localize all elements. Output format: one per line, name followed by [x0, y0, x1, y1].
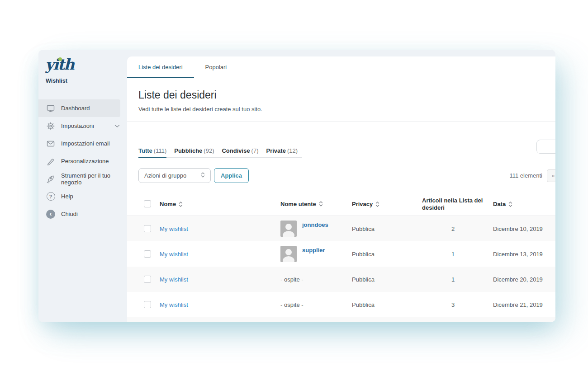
filter-count: (111) [154, 147, 166, 154]
sidebar-item-help[interactable]: ? Help [38, 188, 127, 205]
avatar [280, 246, 297, 262]
sidebar-item-label: Dashboard [61, 105, 120, 112]
row-checkbox[interactable] [144, 301, 151, 308]
bulk-actions-row: Azioni di gruppo Applica 111 elementi « [127, 168, 555, 183]
filter-private[interactable]: Private(12) [266, 147, 298, 154]
sidebar-item-strumenti[interactable]: Strumenti per il tuo negozio [38, 170, 127, 188]
sidebar-item-dashboard[interactable]: Dashboard [38, 99, 120, 117]
main-panel: Liste dei desideri Popolari Liste dei de… [127, 56, 555, 322]
content-area: Tutte(111) Pubbliche(92) Condivise(7) Pr… [127, 122, 555, 322]
header-label: Data [493, 201, 506, 207]
bulk-actions-value: Azioni di gruppo [144, 172, 201, 179]
items-value: 1 [422, 251, 484, 258]
filter-count: (12) [287, 147, 298, 154]
tab-label: Popolari [205, 64, 227, 70]
privacy-value: Pubblica [352, 225, 375, 232]
wishlist-name-link[interactable]: My wishlist [160, 301, 188, 308]
tab-liste-dei-desideri[interactable]: Liste dei desideri [127, 56, 194, 78]
page-subtitle: Vedi tutte le liste dei desideri create … [138, 106, 544, 113]
rocket-icon [46, 174, 55, 183]
filter-tutte[interactable]: Tutte(111) [138, 147, 166, 154]
header-articoli: Articoli nella Lista dei desideri [422, 197, 490, 212]
date-value: Dicembre 21, 2019 [493, 301, 543, 308]
filter-label: Tutte [138, 147, 152, 154]
sidebar-item-label: Chiudi [61, 211, 127, 217]
back-arrow-icon: ‹ [46, 210, 55, 219]
title-block: Liste dei desideri Vedi tutte le liste d… [127, 78, 555, 122]
plugin-name: Wishlist [46, 78, 127, 84]
items-value: 3 [422, 301, 484, 308]
sidebar-item-label: Strumenti per il tuo negozio [61, 172, 127, 186]
sidebar-item-label: Impostazioni [61, 122, 114, 129]
privacy-value: Pubblica [352, 251, 375, 258]
app-window: yith Wishlist Dashboard Impostazioni [38, 50, 555, 322]
row-checkbox[interactable] [144, 276, 151, 283]
chevron-down-icon [114, 124, 120, 128]
sort-icon [319, 201, 323, 207]
apply-button[interactable]: Applica [214, 168, 249, 183]
partial-row [127, 317, 555, 322]
date-value: Dicembre 10, 2019 [493, 225, 543, 232]
table-row: My wishlist supplier Pubblica 1 Dicembre… [127, 241, 555, 267]
select-all-checkbox[interactable] [144, 200, 151, 207]
pagination-first-button[interactable]: « [547, 169, 555, 182]
sidebar-item-label: Personalizzazione [61, 158, 127, 164]
sidebar-item-personalizzazione[interactable]: Personalizzazione [38, 152, 127, 170]
wishlist-name-link[interactable]: My wishlist [160, 225, 188, 232]
filter-tabs: Tutte(111) Pubbliche(92) Condivise(7) Pr… [138, 147, 302, 158]
header-label: Articoli nella Lista dei desideri [422, 197, 490, 212]
filter-count: (7) [251, 147, 259, 154]
gear-icon [46, 122, 55, 131]
guest-user-value: - ospite - [280, 276, 303, 283]
header-privacy[interactable]: Privacy [352, 201, 379, 207]
sort-icon [508, 201, 512, 207]
bulk-actions-select[interactable]: Azioni di gruppo [138, 168, 211, 183]
table-row: My wishlist jonndoes Pubblica 2 Dicembre… [127, 216, 555, 241]
row-checkbox[interactable] [144, 225, 151, 232]
sidebar-item-chiudi[interactable]: ‹ Chiudi [38, 205, 127, 223]
table-row: My wishlist - ospite - Pubblica 1 Dicemb… [127, 267, 555, 292]
table-row: My wishlist - ospite - Pubblica 3 Dicemb… [127, 292, 555, 317]
avatar [280, 221, 297, 237]
envelope-icon [46, 139, 55, 148]
page-title: Liste dei desideri [138, 89, 544, 101]
wishlist-name-link[interactable]: My wishlist [160, 276, 188, 283]
top-tabbar: Liste dei desideri Popolari [127, 56, 555, 78]
table-header-row: Nome Nome utente Privacy [127, 192, 555, 216]
sidebar: yith Wishlist Dashboard Impostazioni [38, 50, 127, 322]
header-data[interactable]: Data [493, 201, 512, 207]
items-value: 2 [422, 225, 484, 232]
sidebar-item-label: Help [61, 193, 127, 200]
sidebar-item-impostazioni[interactable]: Impostazioni [38, 117, 127, 135]
header-nome[interactable]: Nome [160, 201, 183, 207]
items-value: 1 [422, 276, 484, 283]
username-link[interactable]: supplier [302, 247, 325, 254]
sort-icon [375, 201, 379, 207]
monitor-icon [46, 104, 55, 113]
filter-pubbliche[interactable]: Pubbliche(92) [174, 147, 214, 154]
privacy-value: Pubblica [352, 301, 375, 308]
search-input[interactable] [536, 140, 555, 154]
filter-condivise[interactable]: Condivise(7) [222, 147, 258, 154]
sidebar-item-impostazioni-email[interactable]: Impostazioni email [38, 135, 127, 152]
pen-icon [46, 157, 55, 166]
logo-green-dot-icon [58, 57, 62, 61]
header-label: Nome utente [280, 201, 316, 207]
filter-label: Pubbliche [174, 147, 202, 154]
header-nome-utente[interactable]: Nome utente [280, 201, 323, 207]
question-icon: ? [46, 192, 55, 201]
username-link[interactable]: jonndoes [302, 221, 328, 228]
header-label: Nome [160, 201, 176, 207]
sort-icon [179, 201, 183, 207]
sidebar-nav: Dashboard Impostazioni Impostazioni emai… [38, 99, 127, 223]
date-value: Dicembre 20, 2019 [493, 276, 543, 283]
sidebar-item-label: Impostazioni email [61, 140, 127, 147]
header-label: Privacy [352, 201, 373, 207]
yith-logo: yith [45, 57, 74, 72]
wishlist-name-link[interactable]: My wishlist [160, 251, 188, 258]
row-checkbox[interactable] [144, 250, 151, 258]
filter-count: (92) [204, 147, 214, 154]
tab-label: Liste dei desideri [138, 64, 183, 70]
tab-popolari[interactable]: Popolari [194, 56, 238, 78]
filter-label: Private [266, 147, 286, 154]
